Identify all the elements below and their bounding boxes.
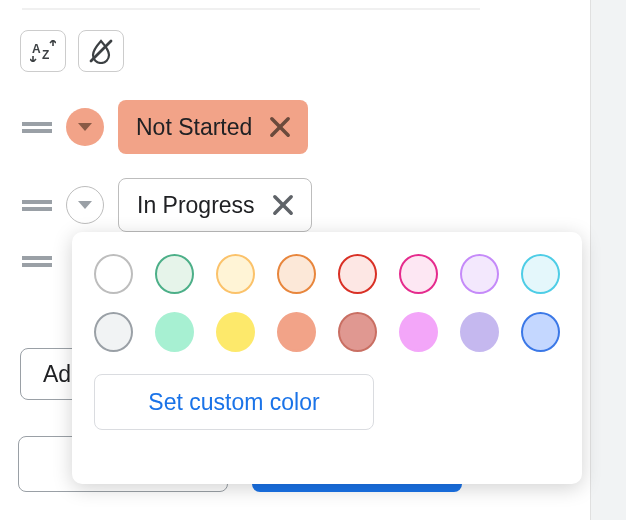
swatch-salmon[interactable] [338, 312, 377, 352]
swatch-yellow[interactable] [216, 312, 255, 352]
sort-az-icon: A Z [30, 40, 56, 62]
remove-chip-button[interactable] [266, 113, 294, 141]
swatch-grid [94, 254, 560, 352]
drag-handle[interactable] [22, 122, 52, 133]
swatch-light-red[interactable] [338, 254, 377, 294]
no-color-icon [88, 38, 114, 64]
status-chip[interactable]: Not Started [118, 100, 308, 154]
status-label: Not Started [136, 114, 252, 141]
set-custom-color-button[interactable]: Set custom color [94, 374, 374, 430]
swatch-magenta[interactable] [399, 312, 438, 352]
status-row: In Progress [22, 178, 312, 232]
swatch-row [94, 312, 560, 352]
status-row [22, 256, 52, 267]
swatch-mint[interactable] [155, 312, 194, 352]
right-gutter [590, 0, 626, 520]
chevron-down-icon [78, 123, 92, 131]
editor-content: A Z Not Started [0, 0, 590, 520]
close-icon [269, 191, 297, 219]
swatch-light-pink[interactable] [399, 254, 438, 294]
close-icon [266, 113, 294, 141]
set-custom-color-label: Set custom color [148, 389, 319, 416]
status-chip[interactable]: In Progress [118, 178, 312, 232]
row-color-button[interactable] [66, 186, 104, 224]
swatch-light-purple[interactable] [460, 254, 499, 294]
swatch-lavender[interactable] [460, 312, 499, 352]
color-picker-popover: Set custom color [72, 232, 582, 484]
sort-az-button[interactable]: A Z [20, 30, 66, 72]
svg-text:Z: Z [42, 48, 49, 62]
swatch-light-yellow[interactable] [216, 254, 255, 294]
swatch-gray[interactable] [94, 312, 133, 352]
divider [22, 8, 480, 10]
swatch-light-cyan[interactable] [521, 254, 560, 294]
swatch-light-orange[interactable] [277, 254, 316, 294]
swatch-white[interactable] [94, 254, 133, 294]
swatch-light-green[interactable] [155, 254, 194, 294]
swatch-row [94, 254, 560, 294]
status-label: In Progress [137, 192, 255, 219]
swatch-peach[interactable] [277, 312, 316, 352]
row-color-button[interactable] [66, 108, 104, 146]
drag-handle[interactable] [22, 256, 52, 267]
svg-text:A: A [32, 42, 41, 56]
remove-chip-button[interactable] [269, 191, 297, 219]
toolbar: A Z [20, 30, 124, 72]
drag-handle[interactable] [22, 200, 52, 211]
swatch-blue[interactable] [521, 312, 560, 352]
status-row: Not Started [22, 100, 308, 154]
chevron-down-icon [78, 201, 92, 209]
no-color-button[interactable] [78, 30, 124, 72]
